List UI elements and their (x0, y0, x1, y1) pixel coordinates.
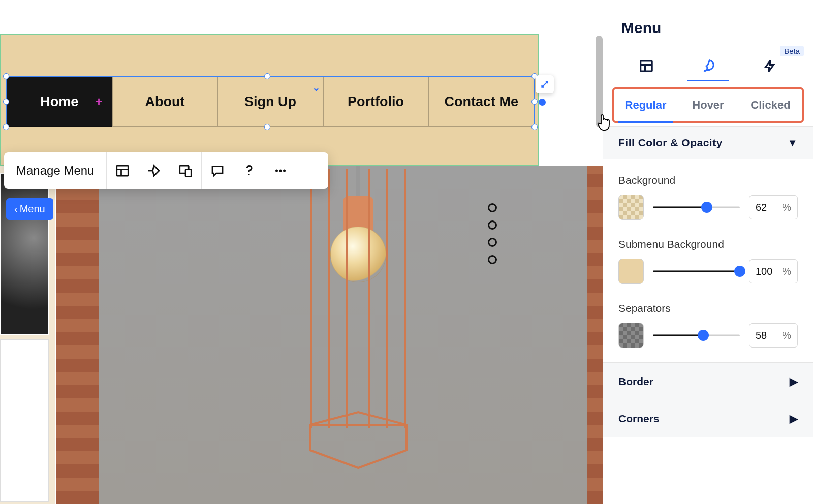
anchor-dot[interactable] (488, 238, 497, 247)
nav-item-portfolio[interactable]: Portfolio (323, 77, 429, 127)
tab-layout[interactable] (615, 52, 677, 80)
resize-handle[interactable] (539, 99, 546, 106)
anchor-dot[interactable] (488, 220, 497, 230)
help-icon[interactable] (233, 152, 265, 189)
nav-item-contact[interactable]: Contact Me (428, 77, 534, 127)
state-tab-clicked[interactable]: Clicked (739, 89, 802, 121)
selection-handle[interactable] (531, 99, 538, 105)
thumbnail-box (0, 173, 49, 335)
animation-icon[interactable] (138, 152, 170, 189)
state-tab-regular[interactable]: Regular (614, 89, 677, 121)
selection-handle[interactable] (264, 73, 270, 79)
background-color-swatch[interactable] (618, 195, 644, 220)
section-title: Corners (618, 413, 660, 425)
background-opacity-slider[interactable] (653, 202, 740, 212)
nav-label: Sign Up (244, 94, 296, 110)
hero-image (56, 166, 603, 504)
selection-handle[interactable] (264, 124, 270, 130)
panel-mode-tabs: Beta (603, 49, 813, 80)
pct: % (782, 266, 791, 277)
separators-opacity-slider[interactable] (653, 330, 740, 340)
anchor-dot[interactable] (488, 203, 497, 212)
prop-label-background: Background (618, 174, 798, 186)
plus-icon: + (96, 94, 103, 109)
comment-icon[interactable] (202, 152, 233, 189)
separators-color-swatch[interactable] (618, 323, 644, 348)
chevron-right-icon: ▶ (790, 413, 798, 425)
chevron-right-icon: ▶ (790, 375, 798, 388)
chevron-down-icon: ▼ (788, 137, 798, 149)
menu-back-chip[interactable]: ‹ Menu (6, 198, 53, 220)
svg-rect-2 (117, 166, 129, 176)
brick-texture (587, 166, 603, 504)
scrollbar[interactable] (596, 36, 603, 127)
prop-label-separators: Separators (618, 302, 798, 314)
value: 62 (756, 202, 767, 213)
value: 58 (756, 330, 767, 341)
selection-handle[interactable] (3, 124, 9, 130)
nav-label: Home (40, 94, 78, 110)
layout-icon[interactable] (107, 152, 138, 189)
manage-menu-button[interactable]: Manage Menu (4, 164, 106, 178)
section-fill-header[interactable]: Fill Color & Opacity ▼ (603, 127, 813, 159)
canvas-area[interactable]: Home + About Sign Up ⌄ Portfolio Contact… (0, 0, 603, 504)
nav-item-home[interactable]: Home + (7, 77, 112, 127)
expand-button[interactable] (536, 75, 554, 93)
brick-texture (56, 166, 99, 504)
more-icon[interactable] (265, 152, 296, 189)
pct: % (782, 202, 791, 213)
nav-label: Portfolio (348, 94, 404, 110)
submenu-opacity-slider[interactable] (653, 266, 740, 276)
submenu-color-swatch[interactable] (618, 259, 644, 284)
design-panel: Menu Beta Regular Hover Clicked Fill Col… (603, 0, 813, 504)
state-tabs-highlight: Regular Hover Clicked (612, 87, 804, 123)
selection-handle[interactable] (531, 124, 538, 130)
svg-point-8 (248, 174, 250, 175)
pct: % (782, 330, 791, 341)
nav-label: About (145, 94, 184, 110)
svg-point-9 (275, 170, 278, 172)
background-opacity-input[interactable]: 62 % (749, 195, 798, 219)
svg-point-11 (283, 170, 286, 172)
svg-marker-0 (310, 412, 407, 468)
submenu-opacity-input[interactable]: 100 % (749, 259, 798, 284)
lamp-graphic (330, 166, 386, 282)
section-title: Border (618, 375, 653, 388)
page-anchor-dots (488, 203, 497, 264)
element-toolbar: Manage Menu (4, 152, 328, 189)
state-tab-hover[interactable]: Hover (677, 89, 739, 121)
svg-point-10 (279, 170, 282, 172)
tab-design[interactable] (677, 52, 739, 80)
nav-item-signup[interactable]: Sign Up ⌄ (217, 77, 323, 127)
chip-label: Menu (20, 203, 45, 215)
thumbnail-box (0, 339, 49, 502)
beta-badge: Beta (780, 46, 804, 56)
value: 100 (756, 266, 772, 277)
nav-menu-selected[interactable]: Home + About Sign Up ⌄ Portfolio Contact… (6, 76, 535, 127)
section-corners[interactable]: Corners ▶ (603, 400, 813, 437)
caret-icon: ⌄ (312, 81, 321, 93)
responsive-icon[interactable] (170, 152, 201, 189)
panel-title: Menu (603, 0, 813, 49)
selection-handle[interactable] (3, 99, 9, 105)
anchor-dot[interactable] (488, 255, 497, 264)
svg-rect-12 (641, 61, 652, 71)
section-border[interactable]: Border ▶ (603, 363, 813, 400)
nav-item-about[interactable]: About (112, 77, 218, 127)
selection-handle[interactable] (3, 73, 9, 79)
prop-label-submenu: Submenu Background (618, 238, 798, 250)
nav-label: Contact Me (444, 94, 518, 110)
section-title: Fill Color & Opacity (618, 137, 723, 149)
chevron-left-icon: ‹ (14, 203, 18, 215)
svg-rect-7 (185, 170, 191, 177)
separators-opacity-input[interactable]: 58 % (749, 323, 798, 348)
